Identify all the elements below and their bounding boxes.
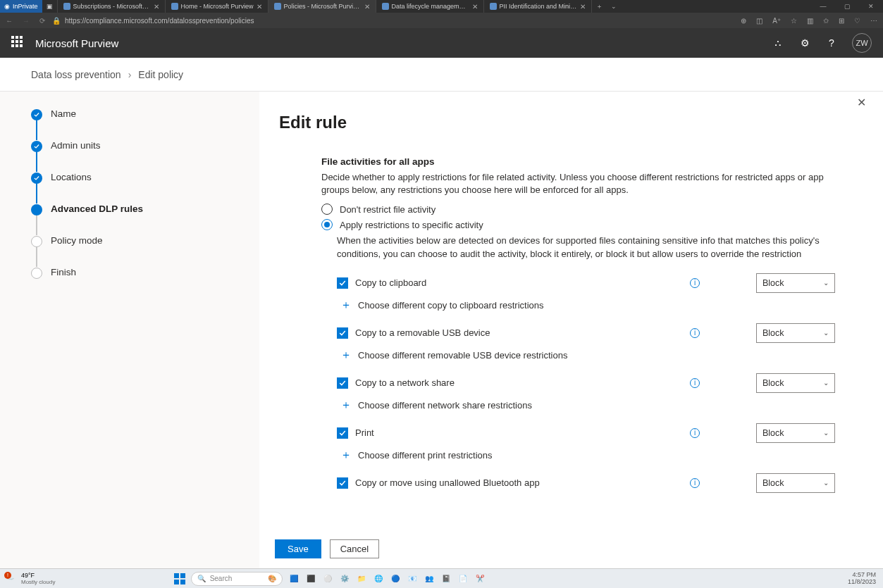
maximize-button[interactable]: ▢ [835, 0, 859, 13]
activity-bluetooth: Copy or move using unallowed Bluetooth a… [337, 473, 835, 493]
browser-tab[interactable]: Subscriptions - Microsoft 365 a…✕ [58, 0, 166, 13]
step-locations[interactable]: Locations [31, 172, 228, 204]
checkbox-checked-icon[interactable] [337, 277, 348, 289]
step-name[interactable]: Name [31, 108, 228, 140]
radio-icon[interactable] [321, 204, 333, 215]
panel-scroll-area[interactable]: File activities for all apps Decide whet… [279, 148, 855, 529]
checkbox-checked-icon[interactable] [337, 477, 348, 489]
collections-icon[interactable]: ⊞ [839, 17, 844, 25]
new-tab-button[interactable]: ＋ [592, 0, 607, 13]
edge-icon[interactable]: 🌐 [371, 572, 385, 586]
sublink-usb[interactable]: ＋Choose different removable USB device r… [341, 350, 835, 361]
split-screen-icon[interactable]: ▥ [807, 17, 813, 25]
browser-tab[interactable]: Home - Microsoft Purview✕ [166, 0, 268, 13]
step-finish[interactable]: Finish [31, 267, 228, 299]
radio-apply-restrictions[interactable]: Apply restrictions to specific activity [321, 219, 835, 230]
start-button[interactable] [173, 572, 187, 586]
zoom-icon[interactable]: ⊕ [741, 17, 746, 25]
info-icon[interactable]: i [690, 428, 700, 438]
taskbar-search[interactable]: 🔍 Search 🎨 [191, 572, 283, 586]
app-launcher-icon[interactable] [11, 36, 25, 50]
graph-icon[interactable]: ⛬ [772, 37, 784, 49]
action-dropdown[interactable]: Block⌄ [756, 323, 835, 343]
action-dropdown[interactable]: Block⌄ [756, 273, 835, 293]
read-aloud-icon[interactable]: A⁺ [772, 17, 781, 25]
gear-icon[interactable]: ⚙ [798, 37, 811, 49]
section-title: File activities for all apps [321, 156, 835, 167]
favicon-icon [382, 3, 389, 10]
forward-button[interactable]: → [23, 17, 30, 25]
browser-tab-active[interactable]: Policies - Microsoft Purview✕ [268, 0, 376, 13]
breadcrumb: Data loss prevention › Edit policy [0, 58, 883, 92]
back-button[interactable]: ← [6, 17, 13, 25]
browser-tab-bar: ◉ InPrivate ▣ Subscriptions - Microsoft … [0, 0, 883, 13]
breadcrumb-root[interactable]: Data loss prevention [31, 69, 121, 80]
shopping-icon[interactable]: ◫ [756, 17, 762, 25]
action-dropdown[interactable]: Block⌄ [756, 373, 835, 393]
info-icon[interactable]: i [690, 478, 700, 488]
tab-window-list-icon[interactable]: ▣ [42, 0, 58, 13]
weather-icon: ☁️! [6, 573, 17, 584]
url-field[interactable]: 🔒 https://compliance.microsoft.com/datal… [52, 17, 734, 25]
step-advanced-dlp-rules[interactable]: Advanced DLP rules [31, 204, 228, 235]
browser-essentials-icon[interactable]: ♡ [854, 17, 860, 25]
svg-rect-3 [180, 580, 185, 584]
weather-widget[interactable]: ☁️! 49°F Mostly cloudy [0, 572, 55, 585]
browser-tab[interactable]: PII Identification and Minimizat…✕ [484, 0, 592, 13]
tabs-dropdown-icon[interactable]: ⌄ [607, 0, 621, 13]
action-dropdown[interactable]: Block⌄ [756, 423, 835, 443]
browser-tab[interactable]: Data lifecycle management - M…✕ [376, 0, 484, 13]
sublink-network[interactable]: ＋Choose different network share restrict… [341, 400, 835, 411]
search-icon: 🔍 [197, 575, 206, 582]
radio-selected-icon[interactable] [321, 219, 333, 230]
close-icon[interactable]: ✕ [364, 3, 370, 11]
step-admin-units[interactable]: Admin units [31, 140, 228, 172]
onenote-icon[interactable]: 📓 [439, 572, 453, 586]
chevron-down-icon: ⌄ [823, 379, 829, 387]
close-icon[interactable]: ✕ [154, 3, 159, 11]
checkbox-checked-icon[interactable] [337, 377, 348, 389]
settings-menu-icon[interactable]: ⋯ [870, 17, 877, 25]
sublink-print[interactable]: ＋Choose different print restrictions [341, 450, 835, 461]
system-tray[interactable]: 4:57 PM 11/8/2023 [848, 572, 883, 586]
favorites-bar-icon[interactable]: ✩ [823, 17, 829, 25]
info-icon[interactable]: i [690, 278, 700, 288]
wizard-stepper: Name Admin units Locations Advanced DLP … [31, 108, 228, 299]
info-icon[interactable]: i [690, 378, 700, 388]
save-button[interactable]: Save [275, 539, 321, 558]
close-icon[interactable]: ✕ [257, 3, 262, 11]
close-window-button[interactable]: ✕ [859, 0, 883, 13]
checkbox-checked-icon[interactable] [337, 427, 348, 439]
activity-print: Print i Block⌄ [337, 423, 835, 443]
snip-icon[interactable]: ✂️ [473, 572, 487, 586]
favorite-icon[interactable]: ☆ [791, 17, 797, 25]
action-dropdown[interactable]: Block⌄ [756, 473, 835, 493]
inprivate-badge: ◉ InPrivate [0, 0, 42, 13]
close-icon[interactable]: ✕ [472, 3, 478, 11]
activity-copy-usb: Copy to a removable USB device i Block⌄ [337, 323, 835, 343]
teams-icon[interactable]: 👥 [422, 572, 436, 586]
app-icon[interactable]: ⚙️ [338, 572, 352, 586]
checkbox-checked-icon[interactable] [337, 327, 348, 339]
avatar[interactable]: ZW [852, 33, 872, 53]
task-view-icon[interactable]: ⬛ [304, 572, 318, 586]
info-icon[interactable]: i [690, 328, 700, 338]
sublink-clipboard[interactable]: ＋Choose different copy to clipboard rest… [341, 300, 835, 311]
close-panel-button[interactable]: ✕ [857, 96, 866, 109]
minimize-button[interactable]: — [811, 0, 835, 13]
refresh-button[interactable]: ⟳ [39, 17, 45, 25]
app-icon[interactable]: ⚪ [321, 572, 335, 586]
cancel-button[interactable]: Cancel [330, 539, 379, 558]
radio-dont-restrict[interactable]: Don't restrict file activity [321, 204, 835, 215]
help-icon[interactable]: ? [825, 37, 838, 49]
close-icon[interactable]: ✕ [580, 3, 586, 11]
copilot-icon[interactable]: 🟦 [287, 572, 301, 586]
chrome-icon[interactable]: 🔵 [388, 572, 402, 586]
lock-icon: 🔒 [52, 17, 61, 25]
step-policy-mode[interactable]: Policy mode [31, 235, 228, 267]
svg-rect-1 [180, 573, 185, 578]
explorer-icon[interactable]: 📁 [354, 572, 369, 586]
favicon-icon [274, 3, 281, 10]
outlook-icon[interactable]: 📧 [405, 572, 419, 586]
word-icon[interactable]: 📄 [456, 572, 470, 586]
